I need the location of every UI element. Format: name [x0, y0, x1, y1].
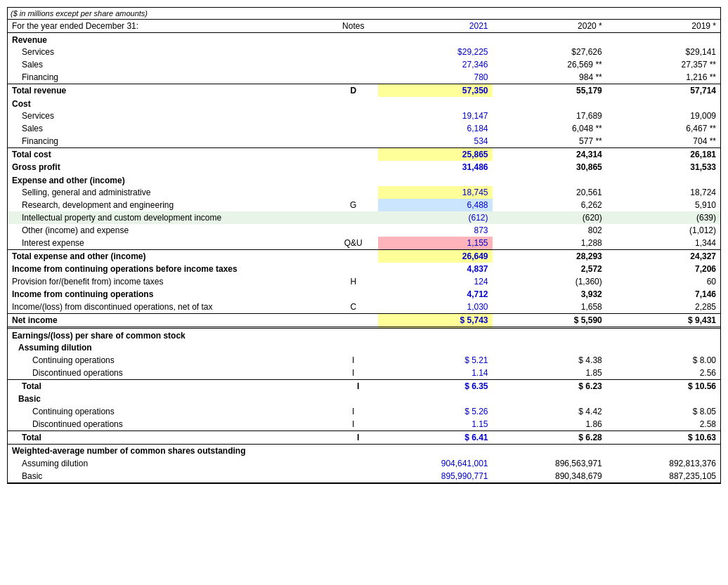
cost-header-row: Cost	[8, 97, 720, 110]
total-revenue-row: Total revenue D 57,350 55,179 57,714	[8, 84, 720, 98]
income-statement-table: ($ in millions except per share amounts)…	[8, 8, 720, 483]
cost-sales-2021: 6,184	[378, 122, 492, 135]
col-2020-header: 2020 *	[493, 20, 606, 33]
sales-2021: 27,346	[378, 58, 492, 71]
weighted-basic-2021: 895,990,771	[378, 470, 492, 483]
weighted-diluted-row: Assuming dilution 904,641,001 896,563,97…	[8, 457, 720, 470]
income-cont-2019: 7,146	[606, 288, 720, 301]
weighted-diluted-2020: 896,563,971	[493, 457, 606, 470]
eps-disc-diluted-2020: 1.85	[493, 367, 606, 380]
eps-total-diluted-2020: $ 6.23	[493, 380, 606, 393]
income-before-tax-label: Income from continuing operations before…	[8, 263, 328, 275]
cost-header: Cost	[8, 97, 720, 110]
expense-header: Expense and other (income)	[8, 173, 720, 186]
sga-2021: 18,745	[378, 186, 492, 199]
income-before-tax-2021: 4,837	[378, 263, 492, 275]
financing-2021: 780	[378, 71, 492, 84]
rde-note: G	[328, 199, 378, 211]
income-before-tax-row: Income from continuing operations before…	[8, 263, 720, 275]
income-cont-row: Income from continuing operations 4,712 …	[8, 288, 720, 301]
cost-financing-2021: 534	[378, 135, 492, 148]
financing-notes	[328, 71, 378, 84]
income-disc-note: C	[328, 301, 378, 314]
other-2019: (1,012)	[606, 224, 720, 237]
net-income-row: Net income $ 5,743 $ 5,590 $ 9,431	[8, 314, 720, 328]
rde-row: Research, development and engineering G …	[8, 199, 720, 211]
eps-cont-basic-row: Continuing operations I $ 5.26 $ 4.42 $ …	[8, 405, 720, 418]
income-disc-2021: 1,030	[378, 301, 492, 314]
eps-disc-basic-label: Discontinued operations	[8, 418, 328, 431]
income-disc-2019: 2,285	[606, 301, 720, 314]
interest-2020: 1,288	[493, 237, 606, 250]
total-expense-label: Total expense and other (income)	[8, 250, 328, 263]
eps-total-diluted-2021: $ 6.35	[378, 380, 492, 393]
eps-cont-basic-label: Continuing operations	[8, 405, 328, 418]
eps-disc-diluted-label: Discontinued operations	[8, 367, 328, 380]
ip-label: Intellectual property and custom develop…	[8, 211, 328, 224]
sales-row: Sales 27,346 26,569 ** 27,357 **	[8, 58, 720, 71]
eps-cont-basic-note: I	[328, 405, 378, 418]
sales-2019: 27,357 **	[606, 58, 720, 71]
gross-profit-2020: 30,865	[493, 161, 606, 173]
weighted-diluted-label: Assuming dilution	[8, 457, 328, 470]
total-cost-label: Total cost	[8, 148, 328, 162]
assuming-dilution-row: Assuming dilution	[8, 341, 720, 354]
eps-total-basic-2021: $ 6.41	[378, 431, 492, 445]
total-revenue-label: Total revenue	[8, 84, 328, 98]
eps-total-basic-note: I	[328, 431, 378, 445]
financing-label: Financing	[8, 71, 328, 84]
eps-cont-basic-2020: $ 4.42	[493, 405, 606, 418]
cost-financing-label: Financing	[8, 135, 328, 148]
revenue-header: Revenue	[8, 33, 720, 46]
services-2019: $29,141	[606, 46, 720, 58]
eps-cont-diluted-row: Continuing operations I $ 5.21 $ 4.38 $ …	[8, 354, 720, 367]
financing-2020: 984 **	[493, 71, 606, 84]
eps-total-diluted-2019: $ 10.56	[606, 380, 720, 393]
notes-header: Notes	[328, 20, 378, 33]
sga-2019: 18,724	[606, 186, 720, 199]
cost-sales-row: Sales 6,184 6,048 ** 6,467 **	[8, 122, 720, 135]
other-label: Other (income) and expense	[8, 224, 328, 237]
eps-header: Earnings/(loss) per share of common stoc…	[8, 328, 720, 342]
sga-label: Selling, general and administrative	[8, 186, 328, 199]
revenue-header-row: Revenue	[8, 33, 720, 46]
weighted-basic-label: Basic	[8, 470, 328, 483]
eps-disc-basic-note: I	[328, 418, 378, 431]
eps-disc-diluted-2021: 1.14	[378, 367, 492, 380]
total-expense-2019: 24,327	[606, 250, 720, 263]
provision-2020: (1,360)	[493, 275, 606, 288]
eps-cont-diluted-label: Continuing operations	[8, 354, 328, 367]
total-cost-row: Total cost 25,865 24,314 26,181	[8, 148, 720, 162]
assuming-dilution-label: Assuming dilution	[8, 341, 720, 354]
income-disc-2020: 1,658	[493, 301, 606, 314]
provision-note: H	[328, 275, 378, 288]
cost-services-2020: 17,689	[493, 110, 606, 122]
rde-2021: 6,488	[378, 199, 492, 211]
net-income-2021: $ 5,743	[378, 314, 492, 328]
other-2021: 873	[378, 224, 492, 237]
eps-total-diluted-label: Total	[8, 380, 328, 393]
eps-disc-diluted-2019: 2.56	[606, 367, 720, 380]
cost-financing-2020: 577 **	[493, 135, 606, 148]
gross-profit-row: Gross profit 31,486 30,865 31,533	[8, 161, 720, 173]
col-2021-header: 2021	[378, 20, 492, 33]
financing-2019: 1,216 **	[606, 71, 720, 84]
expense-header-row: Expense and other (income)	[8, 173, 720, 186]
cost-services-2019: 19,009	[606, 110, 720, 122]
header-note-row: ($ in millions except per share amounts)	[8, 8, 720, 20]
cost-sales-2019: 6,467 **	[606, 122, 720, 135]
interest-label: Interest expense	[8, 237, 328, 250]
ip-2020: (620)	[493, 211, 606, 224]
net-income-2019: $ 9,431	[606, 314, 720, 328]
interest-row: Interest expense Q&U 1,155 1,288 1,344	[8, 237, 720, 250]
services-2020: $27,626	[493, 46, 606, 58]
weighted-diluted-2019: 892,813,376	[606, 457, 720, 470]
services-notes	[328, 46, 378, 58]
cost-services-label: Services	[8, 110, 328, 122]
gross-profit-label: Gross profit	[8, 161, 328, 173]
services-2021: $29,225	[378, 46, 492, 58]
weighted-diluted-2021: 904,641,001	[378, 457, 492, 470]
ip-2019: (639)	[606, 211, 720, 224]
total-revenue-2021: 57,350	[378, 84, 492, 98]
col-2019-header: 2019 *	[606, 20, 720, 33]
